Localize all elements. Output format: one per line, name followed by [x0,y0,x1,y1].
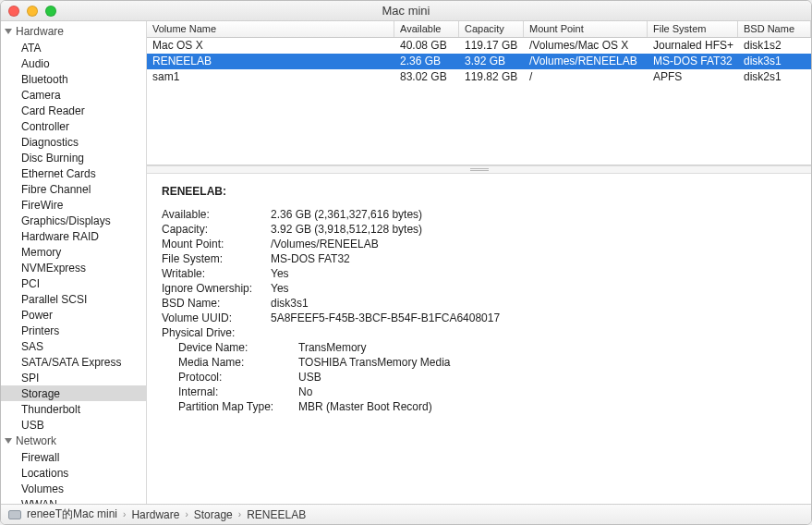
col-capacity[interactable]: Capacity [459,21,524,37]
detail-value: disk3s1 [271,296,309,311]
pathbar-segment[interactable]: reneeT的Mac mini [27,507,117,522]
col-available[interactable]: Available [394,21,459,37]
sidebar-item[interactable]: Parallel SCSI [1,291,146,307]
chevron-right-icon: › [123,509,126,519]
table-cell: /Volumes/RENEELAB [524,54,648,69]
sidebar-group-header[interactable]: Network [1,433,146,449]
sidebar-item[interactable]: Camera [1,87,146,103]
detail-key: Protocol: [162,370,298,385]
col-volume-name[interactable]: Volume Name [147,21,394,37]
sidebar-item[interactable]: Diagnostics [1,134,146,150]
table-cell: APFS [648,69,738,85]
sidebar-item[interactable]: SAS [1,338,146,354]
sidebar-item[interactable]: Fibre Channel [1,181,146,197]
detail-row: Internal:No [162,385,796,399]
sidebar-item[interactable]: Printers [1,323,146,338]
close-icon[interactable] [8,6,19,17]
sidebar-item[interactable]: FireWire [1,197,146,213]
table-cell: sam1 [147,69,394,85]
table-pad [147,85,811,165]
minimize-icon[interactable] [27,6,38,17]
table-row[interactable]: Mac OS X40.08 GB119.17 GB/Volumes/Mac OS… [147,38,811,54]
detail-row: Writable:Yes [162,266,796,281]
pathbar-segment[interactable]: RENEELAB [247,508,306,521]
detail-row: File System:MS-DOS FAT32 [162,251,796,266]
volumes-table: Volume Name Available Capacity Mount Poi… [147,21,811,165]
detail-key: Writable: [162,266,271,281]
table-cell: 119.17 GB [459,38,524,54]
detail-value: TransMemory [298,340,367,355]
col-bsd-name[interactable]: BSD Name [738,21,811,37]
detail-value: TOSHIBA TransMemory Media [298,355,451,370]
sidebar-item[interactable]: Memory [1,244,146,260]
detail-value: 2.36 GB (2,361,327,616 bytes) [271,207,422,222]
disclosure-triangle-icon[interactable] [5,29,12,34]
pathbar[interactable]: reneeT的Mac mini›Hardware›Storage›RENEELA… [1,504,811,524]
titlebar[interactable]: Mac mini [1,1,811,21]
col-file-system[interactable]: File System [648,21,738,37]
pathbar-segment[interactable]: Hardware [131,508,179,521]
detail-row: Device Name:TransMemory [162,340,796,355]
table-cell: / [524,69,648,85]
sidebar-item[interactable]: SATA/SATA Express [1,354,146,370]
table-cell: 3.92 GB [459,54,524,69]
sidebar-group-header[interactable]: Hardware [1,23,146,40]
sidebar-item[interactable]: Power [1,307,146,323]
sidebar-item[interactable]: Storage [1,385,146,401]
sidebar-item[interactable]: Thunderbolt [1,401,146,417]
table-cell: RENEELAB [147,54,394,69]
sidebar-item[interactable]: Disc Burning [1,150,146,165]
sidebar-item[interactable]: NVMExpress [1,260,146,275]
sidebar-item[interactable]: WWAN [1,496,146,504]
table-row[interactable]: RENEELAB2.36 GB3.92 GB/Volumes/RENEELABM… [147,54,811,69]
sidebar-item[interactable]: Locations [1,465,146,481]
table-row[interactable]: sam183.02 GB119.82 GB/APFSdisk2s1 [147,69,811,85]
detail-key: Media Name: [162,355,298,370]
table-cell: Mac OS X [147,38,394,54]
detail-key: Ignore Ownership: [162,281,271,296]
sidebar-item[interactable]: Hardware RAID [1,228,146,244]
sidebar-item[interactable]: Audio [1,55,146,71]
splitter[interactable] [147,165,811,174]
traffic-lights [1,6,56,17]
pathbar-segment[interactable]: Storage [194,508,233,521]
detail-row: Mount Point:/Volumes/RENEELAB [162,237,796,251]
sidebar-item[interactable]: Bluetooth [1,71,146,87]
detail-row: BSD Name:disk3s1 [162,296,796,311]
disclosure-triangle-icon[interactable] [5,438,12,444]
zoom-icon[interactable] [45,6,56,17]
col-mount-point[interactable]: Mount Point [524,21,648,37]
detail-key: Available: [162,207,271,222]
window: Mac mini HardwareATAAudioBluetoothCamera… [0,0,812,525]
detail-key: Capacity: [162,222,271,237]
table-cell: disk1s2 [738,38,811,54]
sidebar-item[interactable]: Ethernet Cards [1,165,146,181]
table-cell: 119.82 GB [459,69,524,85]
detail-row: Capacity:3.92 GB (3,918,512,128 bytes) [162,222,796,237]
sidebar-group-label: Hardware [16,25,64,38]
detail-value: MBR (Master Boot Record) [298,399,432,414]
table-cell: /Volumes/Mac OS X [524,38,648,54]
sidebar-item[interactable]: Graphics/Displays [1,213,146,228]
body: HardwareATAAudioBluetoothCameraCard Read… [1,21,811,504]
sidebar-item[interactable]: Firewall [1,449,146,465]
sidebar-item[interactable]: Volumes [1,481,146,496]
detail-key: Mount Point: [162,237,271,251]
table-header[interactable]: Volume Name Available Capacity Mount Poi… [147,21,811,38]
detail-row: Media Name:TOSHIBA TransMemory Media [162,355,796,370]
detail-key: BSD Name: [162,296,271,311]
detail-row: Ignore Ownership:Yes [162,281,796,296]
sidebar[interactable]: HardwareATAAudioBluetoothCameraCard Read… [1,21,147,504]
sidebar-item[interactable]: SPI [1,370,146,385]
chevron-right-icon: › [238,509,241,519]
detail-value: /Volumes/RENEELAB [271,237,379,251]
sidebar-item[interactable]: PCI [1,275,146,291]
detail-row: Available:2.36 GB (2,361,327,616 bytes) [162,207,796,222]
table-cell: Journaled HFS+ [648,38,738,54]
sidebar-item[interactable]: ATA [1,40,146,55]
detail-title: RENEELAB: [162,185,796,198]
sidebar-item[interactable]: Card Reader [1,103,146,118]
sidebar-item[interactable]: USB [1,417,146,433]
table-cell: 83.02 GB [394,69,459,85]
sidebar-item[interactable]: Controller [1,118,146,134]
